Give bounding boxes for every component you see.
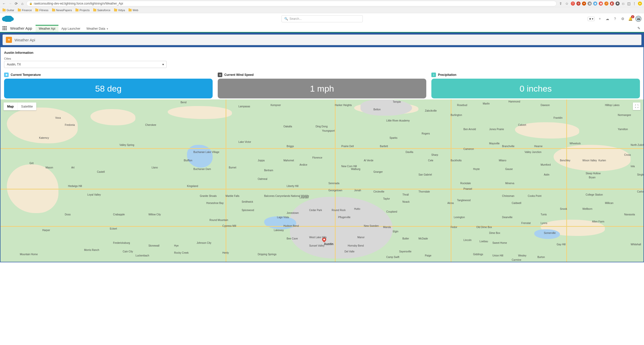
- folder-icon: [3, 9, 6, 11]
- metric-value: 0 inches: [520, 84, 552, 94]
- metric-label: Current Wind Speed: [224, 73, 254, 77]
- url-text: rawlconsulting-dev-ed.lightning.force.co…: [34, 2, 123, 5]
- bookmark-item[interactable]: Guitar: [3, 9, 14, 12]
- url-bar[interactable]: 🔒 rawlconsulting-dev-ed.lightning.force.…: [26, 1, 557, 6]
- folder-icon: [93, 9, 96, 11]
- edit-page-icon[interactable]: ✎: [636, 25, 641, 31]
- ext-icon[interactable]: ⊘: [576, 2, 580, 6]
- nav-tab[interactable]: Weather Data▼: [83, 25, 112, 32]
- menu-icon[interactable]: ⋮: [632, 2, 636, 6]
- search-icon: 🔍: [284, 17, 288, 21]
- map-type-controls: Map Satellite: [4, 102, 36, 110]
- metric-tile: 0 inches: [431, 79, 640, 98]
- folder-icon: [35, 9, 38, 11]
- fullscreen-icon[interactable]: ⛶: [633, 102, 640, 110]
- folder-icon: [75, 9, 78, 11]
- bookmark-label: Salesforce: [97, 9, 111, 12]
- folder-icon: [129, 9, 132, 11]
- favorites-button[interactable]: ★▾: [588, 17, 595, 21]
- bookmark-label: Finance: [22, 9, 32, 12]
- bookmark-label: Guitar: [7, 9, 14, 12]
- nav-tab[interactable]: Weather Api: [36, 25, 58, 32]
- bookmark-label: NewsPapers: [56, 9, 72, 12]
- folder-icon: [18, 9, 21, 11]
- setup-gear-icon[interactable]: ⚙: [620, 16, 625, 21]
- metric-tile: 1 mph: [218, 79, 426, 98]
- map-view-button[interactable]: Map: [4, 102, 17, 110]
- tab-label: Weather Api: [39, 27, 55, 30]
- weather-api-icon: ☀: [6, 37, 12, 43]
- bookmark-item[interactable]: Finance: [18, 9, 32, 12]
- app-name: Weather App: [10, 26, 32, 30]
- search-placeholder: Search...: [290, 17, 302, 21]
- salesforce-help-icon[interactable]: ☁: [605, 16, 610, 21]
- chevron-down-icon: ▼: [106, 28, 108, 30]
- home-button[interactable]: ⌂: [20, 2, 24, 6]
- bookmark-label: Fitness: [39, 9, 48, 12]
- metric-icon: ≋: [218, 73, 222, 77]
- ext-icon[interactable]: O: [571, 2, 575, 6]
- bookmark-item[interactable]: Salesforce: [93, 9, 111, 12]
- notif-badge: 2: [631, 15, 634, 18]
- star-icon[interactable]: ☆: [565, 2, 569, 6]
- bookmark-label: Web: [133, 9, 138, 12]
- bookmark-label: Projects: [80, 9, 90, 12]
- share-icon[interactable]: ⇪: [559, 2, 563, 6]
- back-button[interactable]: ←: [2, 2, 6, 6]
- section-title: Austin Information: [4, 51, 640, 55]
- lock-icon: 🔒: [29, 2, 32, 5]
- metric-value: 58 deg: [95, 84, 122, 94]
- folder-icon: [52, 9, 55, 11]
- metric-tile: 58 deg: [4, 79, 213, 98]
- bookmark-item[interactable]: NewsPapers: [52, 9, 72, 12]
- metric-icon: ✱: [4, 73, 9, 77]
- bookmark-item[interactable]: Vidya: [114, 9, 125, 12]
- account-icon[interactable]: ◫: [627, 2, 631, 6]
- ext-icon[interactable]: ▦: [588, 2, 592, 6]
- map[interactable]: Map Satellite ⛶ Austin BendLampasasKempn…: [1, 99, 643, 262]
- bookmark-item[interactable]: Projects: [75, 9, 90, 12]
- cast-icon[interactable]: ⏍: [621, 2, 625, 6]
- page-title: Weather Api: [14, 38, 35, 42]
- ext-icon[interactable]: ◧: [610, 2, 614, 6]
- ext-icon[interactable]: ◉: [593, 2, 597, 6]
- bookmark-item[interactable]: Fitness: [35, 9, 48, 12]
- nav-tab[interactable]: App Launcher: [58, 25, 84, 32]
- page-header: ☀ Weather Api: [3, 34, 641, 45]
- metric-value: 1 mph: [310, 84, 334, 94]
- global-search[interactable]: 🔍 Search...: [281, 15, 363, 22]
- ext-icon[interactable]: ▣: [599, 2, 603, 6]
- avatar[interactable]: 🦝: [635, 16, 641, 22]
- profile-icon[interactable]: ●: [638, 2, 642, 6]
- notifications-icon[interactable]: 🔔2: [628, 16, 633, 21]
- bookmark-label: Vidya: [118, 9, 125, 12]
- bookmark-item[interactable]: Web: [129, 9, 138, 12]
- help-icon[interactable]: ?: [612, 16, 618, 21]
- satellite-view-button[interactable]: Satellite: [17, 102, 36, 110]
- tab-label: App Launcher: [61, 27, 81, 30]
- metric-label: Current Temperature: [11, 73, 41, 77]
- metric-icon: ⫴: [431, 73, 436, 77]
- ext-puzzle-icon[interactable]: ✱: [616, 2, 620, 6]
- reload-button[interactable]: ⟳: [14, 2, 18, 6]
- cities-value: Austin, TX: [7, 63, 21, 66]
- salesforce-logo[interactable]: [4, 16, 13, 22]
- add-icon[interactable]: ＋: [597, 16, 602, 21]
- forward-button[interactable]: →: [8, 2, 12, 6]
- folder-icon: [114, 9, 117, 11]
- cities-label: Cities: [4, 57, 640, 60]
- ext-icon[interactable]: ↗: [604, 2, 608, 6]
- cities-combobox[interactable]: Austin, TX ▾: [4, 61, 167, 68]
- extensions: O ⊘ ✦ ▦ ◉ ▣ ↗ ◧ ✱ ⏍ ◫ ⋮ ●: [571, 2, 642, 6]
- metric-label: Precipitation: [438, 73, 457, 77]
- tab-label: Weather Data: [86, 27, 105, 30]
- app-launcher-icon[interactable]: [3, 26, 7, 30]
- chevron-down-icon: ▾: [162, 63, 164, 66]
- ext-icon[interactable]: ✦: [582, 2, 586, 6]
